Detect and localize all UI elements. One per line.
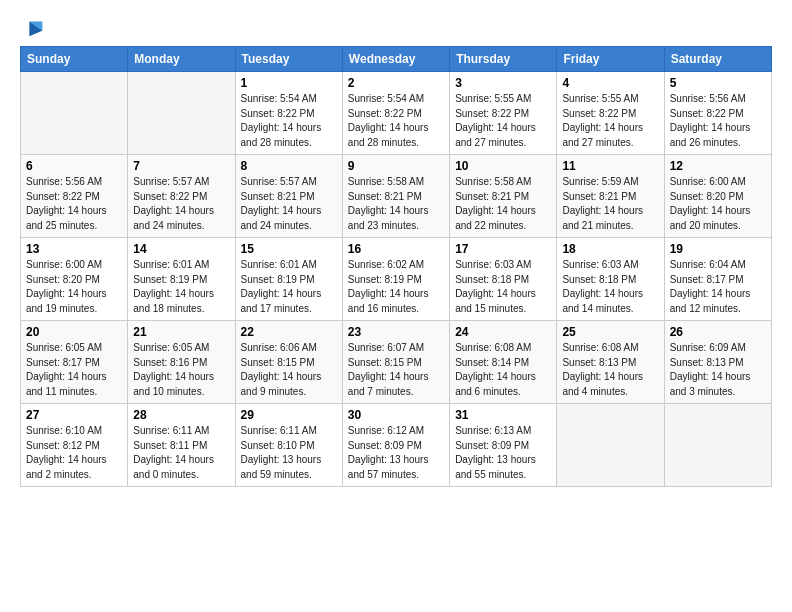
calendar-cell: 1Sunrise: 5:54 AM Sunset: 8:22 PM Daylig… [235,72,342,155]
day-number: 20 [26,325,122,339]
day-number: 23 [348,325,444,339]
day-number: 25 [562,325,658,339]
calendar-cell: 10Sunrise: 5:58 AM Sunset: 8:21 PM Dayli… [450,155,557,238]
day-detail: Sunrise: 5:55 AM Sunset: 8:22 PM Dayligh… [562,92,658,150]
calendar-header-row: SundayMondayTuesdayWednesdayThursdayFrid… [21,47,772,72]
calendar-week-row: 13Sunrise: 6:00 AM Sunset: 8:20 PM Dayli… [21,238,772,321]
calendar-cell: 22Sunrise: 6:06 AM Sunset: 8:15 PM Dayli… [235,321,342,404]
day-detail: Sunrise: 6:08 AM Sunset: 8:13 PM Dayligh… [562,341,658,399]
day-detail: Sunrise: 6:11 AM Sunset: 8:11 PM Dayligh… [133,424,229,482]
day-number: 27 [26,408,122,422]
day-detail: Sunrise: 6:05 AM Sunset: 8:17 PM Dayligh… [26,341,122,399]
day-detail: Sunrise: 5:54 AM Sunset: 8:22 PM Dayligh… [241,92,337,150]
calendar-weekday-friday: Friday [557,47,664,72]
calendar-weekday-sunday: Sunday [21,47,128,72]
calendar-cell: 29Sunrise: 6:11 AM Sunset: 8:10 PM Dayli… [235,404,342,487]
calendar-cell [664,404,771,487]
day-detail: Sunrise: 5:55 AM Sunset: 8:22 PM Dayligh… [455,92,551,150]
day-number: 15 [241,242,337,256]
logo-icon [22,18,44,40]
day-number: 17 [455,242,551,256]
logo [20,18,44,36]
day-detail: Sunrise: 6:01 AM Sunset: 8:19 PM Dayligh… [133,258,229,316]
day-detail: Sunrise: 6:03 AM Sunset: 8:18 PM Dayligh… [455,258,551,316]
calendar-cell: 2Sunrise: 5:54 AM Sunset: 8:22 PM Daylig… [342,72,449,155]
day-number: 10 [455,159,551,173]
calendar-week-row: 20Sunrise: 6:05 AM Sunset: 8:17 PM Dayli… [21,321,772,404]
day-detail: Sunrise: 6:00 AM Sunset: 8:20 PM Dayligh… [670,175,766,233]
day-detail: Sunrise: 5:58 AM Sunset: 8:21 PM Dayligh… [348,175,444,233]
day-detail: Sunrise: 6:06 AM Sunset: 8:15 PM Dayligh… [241,341,337,399]
calendar-cell: 6Sunrise: 5:56 AM Sunset: 8:22 PM Daylig… [21,155,128,238]
day-number: 26 [670,325,766,339]
day-number: 3 [455,76,551,90]
day-detail: Sunrise: 6:07 AM Sunset: 8:15 PM Dayligh… [348,341,444,399]
day-number: 24 [455,325,551,339]
day-number: 4 [562,76,658,90]
calendar-week-row: 1Sunrise: 5:54 AM Sunset: 8:22 PM Daylig… [21,72,772,155]
day-detail: Sunrise: 6:00 AM Sunset: 8:20 PM Dayligh… [26,258,122,316]
calendar-cell: 17Sunrise: 6:03 AM Sunset: 8:18 PM Dayli… [450,238,557,321]
day-number: 1 [241,76,337,90]
day-detail: Sunrise: 6:05 AM Sunset: 8:16 PM Dayligh… [133,341,229,399]
day-number: 30 [348,408,444,422]
calendar-cell: 24Sunrise: 6:08 AM Sunset: 8:14 PM Dayli… [450,321,557,404]
calendar-cell: 27Sunrise: 6:10 AM Sunset: 8:12 PM Dayli… [21,404,128,487]
day-detail: Sunrise: 6:12 AM Sunset: 8:09 PM Dayligh… [348,424,444,482]
calendar-cell: 26Sunrise: 6:09 AM Sunset: 8:13 PM Dayli… [664,321,771,404]
day-number: 14 [133,242,229,256]
calendar-cell: 11Sunrise: 5:59 AM Sunset: 8:21 PM Dayli… [557,155,664,238]
day-detail: Sunrise: 6:02 AM Sunset: 8:19 PM Dayligh… [348,258,444,316]
day-detail: Sunrise: 6:04 AM Sunset: 8:17 PM Dayligh… [670,258,766,316]
day-detail: Sunrise: 6:03 AM Sunset: 8:18 PM Dayligh… [562,258,658,316]
day-number: 31 [455,408,551,422]
day-detail: Sunrise: 6:09 AM Sunset: 8:13 PM Dayligh… [670,341,766,399]
calendar-weekday-thursday: Thursday [450,47,557,72]
day-detail: Sunrise: 5:57 AM Sunset: 8:22 PM Dayligh… [133,175,229,233]
calendar-cell [21,72,128,155]
day-detail: Sunrise: 6:08 AM Sunset: 8:14 PM Dayligh… [455,341,551,399]
day-detail: Sunrise: 6:01 AM Sunset: 8:19 PM Dayligh… [241,258,337,316]
calendar-cell: 8Sunrise: 5:57 AM Sunset: 8:21 PM Daylig… [235,155,342,238]
calendar-cell: 16Sunrise: 6:02 AM Sunset: 8:19 PM Dayli… [342,238,449,321]
calendar-cell: 7Sunrise: 5:57 AM Sunset: 8:22 PM Daylig… [128,155,235,238]
day-number: 29 [241,408,337,422]
page: SundayMondayTuesdayWednesdayThursdayFrid… [0,0,792,612]
calendar-cell: 5Sunrise: 5:56 AM Sunset: 8:22 PM Daylig… [664,72,771,155]
day-detail: Sunrise: 6:11 AM Sunset: 8:10 PM Dayligh… [241,424,337,482]
day-number: 2 [348,76,444,90]
calendar-cell: 3Sunrise: 5:55 AM Sunset: 8:22 PM Daylig… [450,72,557,155]
calendar-weekday-tuesday: Tuesday [235,47,342,72]
calendar-cell [557,404,664,487]
calendar-cell: 12Sunrise: 6:00 AM Sunset: 8:20 PM Dayli… [664,155,771,238]
calendar-cell: 31Sunrise: 6:13 AM Sunset: 8:09 PM Dayli… [450,404,557,487]
day-number: 6 [26,159,122,173]
day-detail: Sunrise: 5:58 AM Sunset: 8:21 PM Dayligh… [455,175,551,233]
calendar-weekday-saturday: Saturday [664,47,771,72]
header [20,18,772,36]
calendar-cell: 4Sunrise: 5:55 AM Sunset: 8:22 PM Daylig… [557,72,664,155]
day-number: 28 [133,408,229,422]
day-number: 22 [241,325,337,339]
calendar-cell: 13Sunrise: 6:00 AM Sunset: 8:20 PM Dayli… [21,238,128,321]
day-number: 11 [562,159,658,173]
calendar-cell: 30Sunrise: 6:12 AM Sunset: 8:09 PM Dayli… [342,404,449,487]
day-detail: Sunrise: 5:54 AM Sunset: 8:22 PM Dayligh… [348,92,444,150]
day-number: 19 [670,242,766,256]
day-detail: Sunrise: 6:13 AM Sunset: 8:09 PM Dayligh… [455,424,551,482]
day-detail: Sunrise: 5:56 AM Sunset: 8:22 PM Dayligh… [26,175,122,233]
calendar-cell: 18Sunrise: 6:03 AM Sunset: 8:18 PM Dayli… [557,238,664,321]
calendar-cell [128,72,235,155]
calendar-table: SundayMondayTuesdayWednesdayThursdayFrid… [20,46,772,487]
calendar-cell: 15Sunrise: 6:01 AM Sunset: 8:19 PM Dayli… [235,238,342,321]
day-detail: Sunrise: 5:59 AM Sunset: 8:21 PM Dayligh… [562,175,658,233]
day-number: 9 [348,159,444,173]
day-number: 7 [133,159,229,173]
day-number: 13 [26,242,122,256]
day-number: 18 [562,242,658,256]
calendar-cell: 23Sunrise: 6:07 AM Sunset: 8:15 PM Dayli… [342,321,449,404]
day-detail: Sunrise: 6:10 AM Sunset: 8:12 PM Dayligh… [26,424,122,482]
calendar-weekday-monday: Monday [128,47,235,72]
day-number: 8 [241,159,337,173]
day-number: 12 [670,159,766,173]
